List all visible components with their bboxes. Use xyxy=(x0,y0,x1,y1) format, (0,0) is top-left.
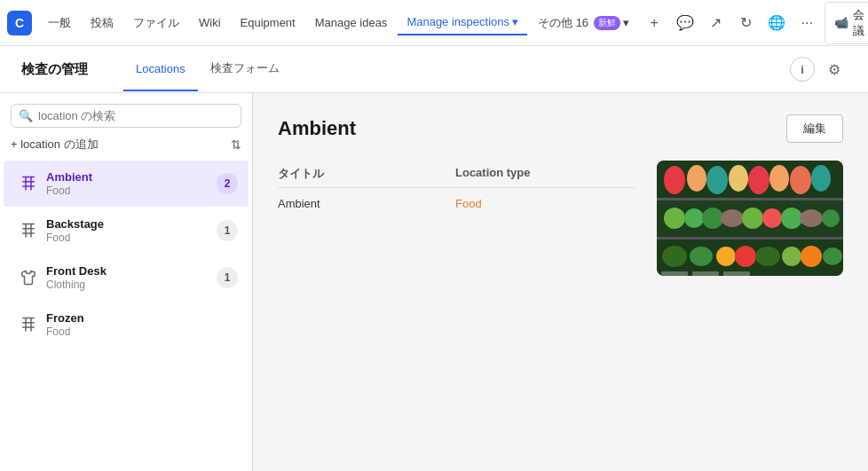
svg-point-26 xyxy=(735,246,756,267)
chevron-down-icon: ▾ xyxy=(512,15,518,28)
list-item[interactable]: Frozen Food xyxy=(4,302,249,348)
svg-point-13 xyxy=(811,165,831,192)
tab-inspection-form[interactable]: 検査フォーム xyxy=(198,46,292,92)
svg-point-24 xyxy=(690,247,713,266)
add-location-button[interactable]: + location の追加 xyxy=(11,137,99,153)
nav-actions: + 💬 ↗ ↻ 🌐 ··· 📹 会議 ▾ xyxy=(642,2,868,44)
search-input[interactable] xyxy=(38,109,233,122)
detail-table-row: Ambient Food xyxy=(278,188,635,219)
add-button[interactable]: + xyxy=(642,10,667,36)
svg-point-11 xyxy=(769,165,789,192)
gear-button[interactable]: ⚙ xyxy=(822,57,847,82)
col-header-title: タイトル xyxy=(278,166,455,182)
svg-rect-32 xyxy=(692,271,719,276)
list-item[interactable]: Backstage Food 1 xyxy=(4,208,249,254)
svg-point-19 xyxy=(762,208,782,228)
list-item-sub-front-desk: Clothing xyxy=(46,279,217,291)
nav-item-more[interactable]: その他 16 新鮮 ▾ xyxy=(529,10,638,36)
list-item-text-front-desk: Front Desk Clothing xyxy=(46,264,217,291)
page-title: 検査の管理 xyxy=(21,47,109,92)
nav-item-equipment[interactable]: Equipment xyxy=(232,11,304,35)
nav-item-manage-ideas[interactable]: Manage ideas xyxy=(306,11,397,35)
svg-point-15 xyxy=(684,208,704,228)
svg-point-28 xyxy=(782,247,801,266)
list-item-name-frozen: Frozen xyxy=(46,311,238,325)
info-button[interactable]: i xyxy=(790,57,815,82)
list-item-name-ambient: Ambient xyxy=(46,170,217,184)
nav-item-wiki[interactable]: Wiki xyxy=(190,11,230,35)
detail-header: Ambient 編集 xyxy=(278,114,843,143)
detail-image xyxy=(657,161,843,279)
nav-item-general[interactable]: 一般 xyxy=(39,10,80,36)
location-icon-ambient xyxy=(14,169,43,198)
svg-point-9 xyxy=(729,165,748,192)
detail-body: タイトル Location type Ambient Food xyxy=(278,161,843,279)
list-item-text-frozen: Frozen Food xyxy=(46,311,238,338)
main-layout: 検査の管理 Locations 検査フォーム i ⚙ 🔍 + location … xyxy=(0,46,868,471)
svg-point-18 xyxy=(742,208,763,229)
svg-point-6 xyxy=(664,166,685,194)
add-location-row: + location の追加 ⇅ xyxy=(0,135,252,160)
svg-point-20 xyxy=(781,208,802,229)
svg-point-17 xyxy=(721,209,744,227)
list-item-sub-backstage: Food xyxy=(46,232,217,244)
svg-point-8 xyxy=(706,166,728,194)
sidebar: 🔍 + location の追加 ⇅ Ambient xyxy=(0,93,253,471)
sidebar-search-row: 🔍 xyxy=(0,93,252,135)
col-header-location-type: Location type xyxy=(455,166,635,182)
chevron-down-icon-more: ▾ xyxy=(623,16,629,29)
new-badge: 新鮮 xyxy=(594,16,620,30)
list-item-sub-ambient: Food xyxy=(46,184,217,197)
chat-icon[interactable]: 💬 xyxy=(672,10,697,36)
svg-rect-33 xyxy=(723,271,750,276)
refresh-icon[interactable]: ↻ xyxy=(733,10,758,36)
list-item[interactable]: Front Desk Clothing 1 xyxy=(4,255,249,301)
location-icon-backstage xyxy=(14,216,43,245)
nav-item-files[interactable]: ファイル xyxy=(124,10,188,36)
svg-rect-31 xyxy=(661,271,688,276)
svg-point-7 xyxy=(687,165,706,192)
tab-locations[interactable]: Locations xyxy=(123,48,198,91)
list-item-badge-front-desk: 1 xyxy=(217,267,238,288)
search-box[interactable]: 🔍 xyxy=(11,104,241,128)
top-nav: C 一般 投稿 ファイル Wiki Equipment Manage ideas… xyxy=(0,0,868,46)
list-item-text-ambient: Ambient Food xyxy=(46,170,217,197)
more-options-icon[interactable]: ··· xyxy=(794,10,819,36)
globe-icon[interactable]: 🌐 xyxy=(764,10,789,36)
list-item[interactable]: Ambient Food 2 xyxy=(4,161,249,207)
nav-item-manage-inspections[interactable]: Manage inspections ▾ xyxy=(398,10,527,35)
svg-point-16 xyxy=(702,208,723,229)
location-icon-front-desk xyxy=(14,263,43,292)
svg-point-14 xyxy=(664,208,685,229)
meeting-icon: 📹 xyxy=(834,16,848,29)
list-item-sub-frozen: Food xyxy=(46,326,238,338)
nav-item-posts[interactable]: 投稿 xyxy=(82,10,122,36)
svg-point-29 xyxy=(801,246,822,267)
sub-header: 検査の管理 Locations 検査フォーム i ⚙ xyxy=(0,46,868,93)
svg-rect-5 xyxy=(657,237,843,239)
external-link-icon[interactable]: ↗ xyxy=(703,10,728,36)
sidebar-list: Ambient Food 2 Backstage Food xyxy=(0,160,252,471)
detail-title: Ambient xyxy=(278,117,356,140)
sub-header-actions: i ⚙ xyxy=(790,57,847,82)
sort-button[interactable]: ⇅ xyxy=(231,137,241,152)
svg-point-12 xyxy=(790,166,811,194)
svg-point-23 xyxy=(662,246,687,267)
detail-panel: Ambient 編集 タイトル Location type Ambient Fo… xyxy=(253,93,868,471)
edit-button[interactable]: 編集 xyxy=(786,114,843,143)
app-logo[interactable]: C xyxy=(7,11,32,35)
svg-point-30 xyxy=(823,247,842,265)
list-item-name-front-desk: Front Desk xyxy=(46,264,217,278)
detail-table-wrapper: タイトル Location type Ambient Food xyxy=(278,161,635,279)
svg-point-25 xyxy=(716,247,736,266)
detail-table: タイトル Location type Ambient Food xyxy=(278,161,635,219)
list-item-text-backstage: Backstage Food xyxy=(46,217,217,244)
svg-point-22 xyxy=(822,209,840,227)
list-item-name-backstage: Backstage xyxy=(46,217,217,231)
svg-point-27 xyxy=(755,247,780,266)
search-icon: 🔍 xyxy=(19,109,33,122)
content-area: 🔍 + location の追加 ⇅ Ambient xyxy=(0,93,868,471)
list-item-badge-backstage: 1 xyxy=(217,220,238,241)
svg-rect-4 xyxy=(657,198,843,200)
meeting-button[interactable]: 📹 会議 ▾ xyxy=(825,2,868,44)
